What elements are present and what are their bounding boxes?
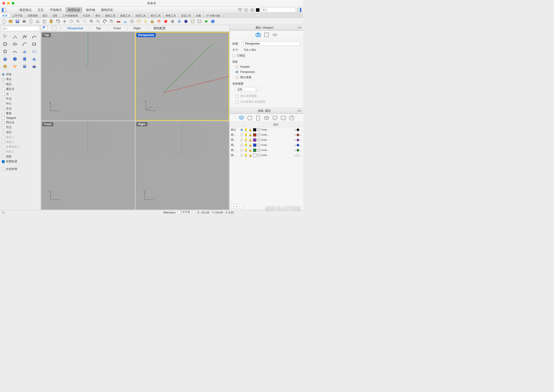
gear-tool-icon[interactable] bbox=[1, 63, 9, 70]
print-color[interactable] bbox=[296, 143, 299, 147]
once-radio[interactable] bbox=[2, 78, 5, 81]
menutab-12[interactable]: 网格工具 bbox=[163, 14, 178, 17]
zoom-window-icon[interactable] bbox=[82, 18, 88, 24]
material-icon[interactable] bbox=[263, 32, 270, 38]
menutab-15[interactable]: V7 的新功能 bbox=[204, 14, 223, 17]
osnap-chk-8[interactable] bbox=[2, 121, 5, 124]
material-circle[interactable] bbox=[257, 133, 260, 136]
loft-icon[interactable] bbox=[30, 48, 38, 55]
material-circle[interactable] bbox=[257, 149, 260, 152]
cplane-icon[interactable] bbox=[122, 18, 128, 24]
print-icon[interactable] bbox=[21, 18, 27, 24]
trim-icon[interactable] bbox=[21, 63, 28, 70]
explode-icon[interactable] bbox=[11, 63, 19, 70]
menutab-4[interactable]: 选取 bbox=[50, 14, 60, 17]
mode-3[interactable]: 智慧轨迹 bbox=[65, 7, 82, 13]
zoom-extents-icon[interactable] bbox=[89, 18, 95, 24]
open-icon[interactable] bbox=[8, 18, 14, 24]
options-icon[interactable] bbox=[190, 18, 196, 24]
layer-row[interactable]: 图... 💡 🔓 Conti...◇ ... bbox=[230, 138, 303, 143]
osnap-chk-7[interactable] bbox=[2, 117, 5, 119]
copy-icon[interactable] bbox=[41, 18, 47, 24]
viewport-icon[interactable] bbox=[136, 18, 142, 24]
osnap-chk-0[interactable] bbox=[2, 83, 5, 86]
layer-color-swatch[interactable] bbox=[253, 133, 256, 137]
import-icon[interactable] bbox=[28, 18, 34, 24]
layer-row[interactable]: 图... 💡 🔓 Conti...◇ ... bbox=[230, 153, 303, 158]
named-view-icon[interactable] bbox=[129, 18, 135, 24]
layer-color-swatch[interactable] bbox=[253, 138, 256, 142]
surface-icon[interactable] bbox=[21, 48, 28, 55]
four-view-icon[interactable] bbox=[43, 26, 47, 31]
menutab-3[interactable]: 显示 bbox=[40, 14, 50, 17]
osnap-chk-5[interactable] bbox=[2, 107, 5, 110]
menutab-14[interactable]: 出图 bbox=[194, 14, 204, 17]
lightbulb-icon[interactable]: 💡 bbox=[244, 154, 248, 157]
lock-icon[interactable]: 🔓 bbox=[249, 144, 252, 147]
new-file-icon[interactable] bbox=[1, 18, 7, 24]
circle-icon[interactable] bbox=[1, 41, 9, 47]
osnap-chk-4[interactable] bbox=[2, 102, 5, 105]
menutab-5[interactable]: 工作视窗配置 bbox=[60, 14, 80, 17]
title-input[interactable] bbox=[243, 41, 300, 46]
layer-current-radio[interactable] bbox=[240, 139, 243, 141]
menutab-6[interactable]: 可见性 bbox=[80, 14, 93, 17]
pointer-icon[interactable] bbox=[1, 34, 9, 40]
selection-circle-icon[interactable] bbox=[250, 8, 255, 12]
zoom-sel-icon[interactable] bbox=[95, 18, 101, 24]
arc-icon[interactable] bbox=[21, 41, 28, 47]
material-circle[interactable] bbox=[257, 138, 260, 141]
menutab-9[interactable]: 曲面工具 bbox=[118, 14, 133, 17]
properties-icon[interactable] bbox=[196, 18, 202, 24]
viewport-top[interactable]: Top xy bbox=[41, 32, 135, 120]
osnap-chk-6[interactable] bbox=[2, 112, 5, 115]
split-icon[interactable] bbox=[30, 63, 38, 70]
menutab-11[interactable]: 细分工具 bbox=[148, 14, 163, 17]
proj-radio-1[interactable] bbox=[236, 70, 238, 73]
print-color[interactable] bbox=[296, 128, 299, 131]
command-input[interactable]: 指令 ⌄ bbox=[1, 26, 40, 31]
material-circle[interactable] bbox=[257, 154, 260, 157]
proj-radio-2[interactable] bbox=[236, 76, 238, 79]
ghost-icon[interactable] bbox=[176, 18, 182, 24]
menutab-1[interactable]: 工作平面 bbox=[10, 14, 25, 17]
display-icon[interactable] bbox=[280, 115, 286, 121]
tab-right[interactable]: Right bbox=[132, 26, 142, 31]
lock-icon[interactable]: 🔓 bbox=[249, 138, 252, 142]
remove-layer-button[interactable]: − bbox=[237, 204, 243, 209]
polyline-icon[interactable] bbox=[21, 34, 28, 40]
lock-icon[interactable]: 🔓 bbox=[249, 149, 252, 152]
menutab-0[interactable]: 标准 bbox=[0, 14, 10, 17]
print-color[interactable] bbox=[296, 138, 299, 141]
layer-current-radio[interactable] bbox=[240, 154, 243, 157]
undo-view-icon[interactable] bbox=[102, 18, 108, 24]
mode-4[interactable]: 操作轴 bbox=[84, 7, 97, 13]
layer-color-swatch[interactable] bbox=[253, 149, 256, 152]
layer-current-radio[interactable] bbox=[240, 128, 243, 131]
proj-radio-0[interactable] bbox=[236, 65, 238, 68]
menutab-10[interactable]: 实体工具 bbox=[133, 14, 148, 17]
tab-front[interactable]: Front bbox=[112, 26, 122, 31]
hamburger-icon[interactable]: ☰ bbox=[2, 211, 5, 214]
osnap-chk-2[interactable] bbox=[2, 93, 5, 95]
layer-color-swatch[interactable] bbox=[253, 144, 256, 147]
camera-icon[interactable] bbox=[255, 32, 261, 38]
menutab-2[interactable]: 设置视图 bbox=[25, 14, 40, 17]
layers-icon[interactable] bbox=[238, 115, 244, 121]
lightbulb-icon[interactable]: 💡 bbox=[244, 148, 248, 152]
menutab-8[interactable]: 曲线工具 bbox=[103, 14, 118, 17]
add-layer-button[interactable]: + bbox=[231, 204, 237, 209]
layers-tb-icon[interactable] bbox=[156, 18, 162, 24]
four-view-icon[interactable] bbox=[109, 18, 115, 24]
persist-radio[interactable] bbox=[2, 73, 5, 76]
lightbulb-icon[interactable]: 💡 bbox=[244, 138, 248, 142]
right-sidebar-toggle[interactable] bbox=[297, 8, 301, 12]
help-tb-icon[interactable]: ? bbox=[210, 18, 216, 24]
lightbulb-icon[interactable]: 💡 bbox=[244, 128, 248, 132]
print-color[interactable] bbox=[296, 148, 299, 152]
grasshopper-icon[interactable] bbox=[203, 18, 209, 24]
tab-perspective[interactable]: Perspective bbox=[65, 26, 85, 31]
menutab-7[interactable]: 变动 bbox=[93, 14, 103, 17]
close-icon[interactable] bbox=[2, 2, 5, 5]
layer-dropdown[interactable]: 默认 bbox=[261, 8, 296, 12]
